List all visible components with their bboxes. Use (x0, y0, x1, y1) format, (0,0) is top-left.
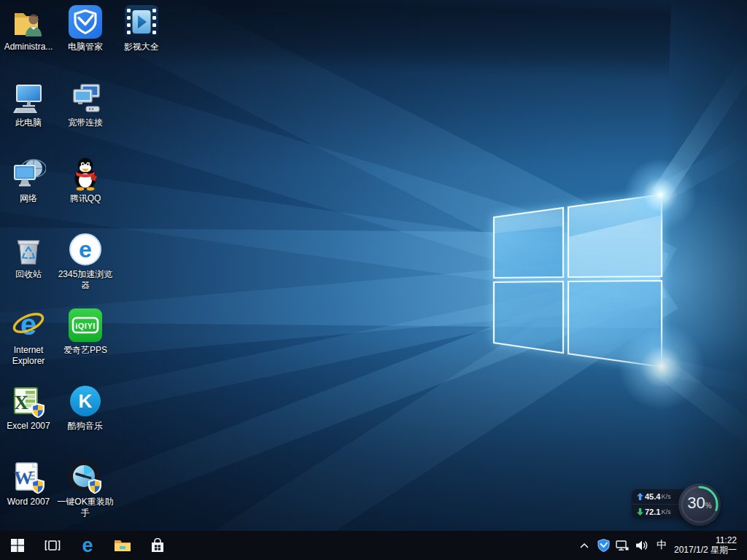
svg-text:iQIYI: iQIYI (75, 322, 96, 330)
desktop-icon-administrator[interactable]: Administra... (0, 4, 57, 52)
task-view-button[interactable] (35, 531, 70, 560)
desktop-icon-internet-explorer[interactable]: e Internet Explorer (0, 308, 57, 367)
chevron-up-icon (580, 543, 589, 548)
tray-pc-manager[interactable] (594, 531, 613, 560)
ie-icon: e (11, 308, 46, 343)
user-folder-icon (11, 4, 46, 39)
svg-text:K: K (79, 390, 93, 412)
desktop-icon-label: 电脑管家 (57, 42, 114, 52)
network-status-icon (616, 540, 629, 551)
tray-ime-indicator[interactable]: 中 (652, 531, 671, 560)
desktop-icon-yingshi[interactable]: 影视大全 (113, 4, 170, 52)
desktop-icon-label: Internet Explorer (0, 345, 57, 367)
desktop-icon-excel-2007[interactable]: X Excel 2007 (0, 384, 57, 432)
acceleration-ball[interactable]: 30% (678, 483, 721, 526)
network-globe-icon (11, 156, 46, 191)
desktop-icon-label: 腾讯QQ (57, 193, 114, 204)
excel-icon: X (11, 384, 46, 419)
desktop-icon-label: 影视大全 (113, 42, 170, 52)
desktop-icon-2345-browser[interactable]: e 2345加速浏览器 (57, 232, 114, 291)
desktop-icon-label: 网络 (0, 193, 57, 204)
desktop-icon-label: 宽带连接 (57, 117, 114, 128)
qq-penguin-icon (68, 156, 103, 191)
desktop-icon-word-2007[interactable]: W Word 2007 (0, 459, 57, 508)
clock-tool-icon (68, 459, 103, 494)
start-button[interactable] (0, 531, 35, 560)
desktop-icon-pc-manager[interactable]: 电脑管家 (57, 4, 114, 52)
windows-logo-icon (11, 539, 24, 552)
desktop-icon-label: Excel 2007 (0, 421, 57, 432)
light-flare (618, 323, 705, 411)
clock-date: 2017/1/2 星期一 (674, 545, 737, 555)
desktop-icon-this-pc[interactable]: 此电脑 (0, 80, 57, 128)
light-flare (624, 158, 697, 231)
broadband-icon (68, 80, 103, 115)
windows-desktop: Administra... 电脑管家 (0, 0, 747, 560)
iqiyi-icon: iQIYI (68, 308, 103, 343)
browser-e-icon: e (68, 232, 103, 267)
file-explorer-button[interactable] (105, 531, 140, 560)
recycle-bin-icon (11, 232, 46, 267)
upload-arrow-icon (637, 493, 643, 500)
tray-volume[interactable] (632, 531, 652, 560)
tray-network[interactable] (613, 531, 632, 560)
desktop-icon-iqiyi[interactable]: iQIYI 爱奇艺PPS (57, 308, 114, 356)
svg-text:e: e (79, 236, 92, 262)
desktop-icon-recycle-bin[interactable]: 回收站 (0, 232, 57, 280)
word-icon: W (11, 459, 46, 494)
desktop-icon-qq[interactable]: 腾讯QQ (57, 156, 114, 204)
task-view-icon (44, 540, 61, 551)
tray-clock[interactable]: 11:22 2017/1/2 星期一 (671, 531, 747, 560)
kugou-icon: K (68, 384, 103, 419)
tray-overflow-button[interactable] (575, 531, 594, 560)
svg-text:X: X (14, 392, 28, 413)
memory-usage-percent: 30% (687, 495, 711, 514)
edge-button[interactable]: e (70, 531, 105, 560)
desktop-icon-kugou[interactable]: K 酷狗音乐 (57, 384, 114, 432)
download-speed-value: 72.1 (645, 508, 660, 516)
tray-shield-icon (597, 539, 610, 552)
film-play-icon (124, 4, 159, 39)
desktop-icon-label: 一键OK重装助手 (57, 497, 114, 518)
shield-icon (68, 4, 103, 39)
desktop-icon-broadband[interactable]: 宽带连接 (57, 80, 114, 128)
folder-icon (114, 539, 131, 553)
taskbar: e (0, 531, 747, 560)
download-arrow-icon (637, 508, 643, 516)
system-tray: 中 11:22 2017/1/2 星期一 (575, 531, 747, 560)
download-speed-unit: K/s (661, 508, 670, 516)
desktop-icon-label: 此电脑 (0, 117, 57, 128)
desktop-icon-onekey-ok[interactable]: 一键OK重装助手 (57, 459, 114, 518)
desktop-icon-label: 回收站 (0, 269, 57, 280)
desktop-icon-label: 爱奇艺PPS (57, 345, 114, 356)
speaker-icon (636, 540, 649, 551)
edge-icon: e (82, 536, 93, 556)
desktop-icon-network[interactable]: 网络 (0, 156, 57, 204)
desktop-icon-label: Administra... (0, 42, 57, 52)
upload-speed-value: 45.4 (645, 492, 660, 501)
computer-icon (11, 80, 46, 115)
upload-speed-unit: K/s (661, 493, 670, 500)
desktop-icon-label: Word 2007 (0, 497, 57, 508)
svg-text:W: W (14, 467, 33, 489)
desktop-icon-label: 酷狗音乐 (57, 421, 114, 432)
store-bag-icon (150, 538, 165, 553)
store-button[interactable] (140, 531, 175, 560)
desktop-icon-label: 2345加速浏览器 (57, 269, 114, 291)
